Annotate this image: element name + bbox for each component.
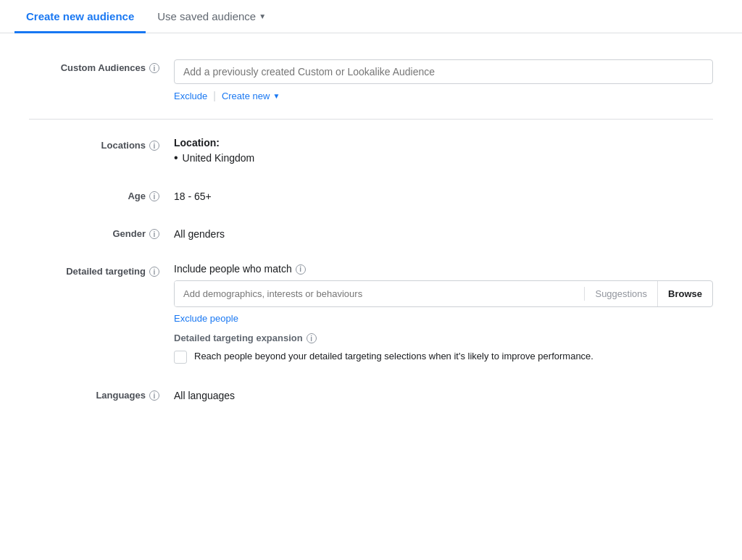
page-container: Create new audience Use saved audience ▼… xyxy=(0,0,742,427)
expansion-title-text: Detailed targeting expansion xyxy=(174,333,303,343)
location-item: • United Kingdom xyxy=(174,151,713,164)
targeting-header: Include people who match i xyxy=(174,263,713,275)
gender-row: Gender i All genders xyxy=(29,214,713,251)
expansion-checkbox[interactable] xyxy=(174,351,187,364)
languages-label-col: Languages i xyxy=(29,387,174,401)
locations-info-icon[interactable]: i xyxy=(149,141,159,151)
age-label-col: Age i xyxy=(29,188,174,201)
locations-label-col: Locations i xyxy=(29,137,174,151)
age-info-icon[interactable]: i xyxy=(149,191,159,201)
custom-audiences-row: Custom Audiences i Exclude | Create new … xyxy=(29,48,713,113)
exclude-link[interactable]: Exclude xyxy=(174,91,207,101)
age-value: 18 - 65+ xyxy=(174,188,713,202)
locations-value-col: Location: • United Kingdom xyxy=(174,137,713,164)
create-new-link[interactable]: Create new xyxy=(222,91,270,101)
locations-row: Locations i Location: • United Kingdom xyxy=(29,125,713,176)
bullet-icon: • xyxy=(174,151,178,164)
languages-value: All languages xyxy=(174,387,713,401)
languages-label: Languages xyxy=(96,390,146,401)
languages-row: Languages i All languages xyxy=(29,375,713,413)
detailed-targeting-label: Detailed targeting xyxy=(66,266,146,277)
age-value-col: 18 - 65+ xyxy=(174,188,713,202)
expansion-description: Reach people beyond your detailed target… xyxy=(194,349,593,364)
detailed-targeting-label-col: Detailed targeting i xyxy=(29,263,174,277)
expansion-info-icon[interactable]: i xyxy=(307,333,317,343)
gender-info-icon[interactable]: i xyxy=(149,229,159,239)
detailed-targeting-info-icon[interactable]: i xyxy=(149,267,159,277)
location-value: United Kingdom xyxy=(183,152,255,164)
custom-audiences-value-col: Exclude | Create new ▼ xyxy=(174,59,713,101)
gender-value: All genders xyxy=(174,225,713,240)
suggestions-button[interactable]: Suggestions xyxy=(585,281,657,306)
detailed-targeting-value-col: Include people who match i Suggestions B… xyxy=(174,263,713,364)
custom-audiences-label: Custom Audiences xyxy=(61,62,146,73)
main-content: Custom Audiences i Exclude | Create new … xyxy=(0,33,742,427)
exclude-people-link[interactable]: Exclude people xyxy=(174,313,238,324)
targeting-input[interactable] xyxy=(175,281,584,306)
locations-label: Locations xyxy=(101,140,146,151)
tab-saved-label: Use saved audience xyxy=(157,10,256,22)
gender-label: Gender xyxy=(112,228,146,239)
custom-audiences-input[interactable] xyxy=(174,59,713,84)
include-people-label: Include people who match xyxy=(174,263,292,275)
targeting-input-container: Suggestions Browse xyxy=(174,280,713,307)
browse-button[interactable]: Browse xyxy=(657,281,712,306)
custom-audiences-info-icon[interactable]: i xyxy=(149,63,159,73)
languages-value-col: All languages xyxy=(174,387,713,401)
expansion-section: Detailed targeting expansion i Reach peo… xyxy=(174,333,713,364)
expansion-body: Reach people beyond your detailed target… xyxy=(174,349,713,364)
age-label: Age xyxy=(128,191,146,201)
age-row: Age i 18 - 65+ xyxy=(29,176,713,214)
expansion-title: Detailed targeting expansion i xyxy=(174,333,713,343)
tab-use-saved[interactable]: Use saved audience ▼ xyxy=(146,0,278,33)
actions-divider: | xyxy=(213,90,216,101)
gender-value-col: All genders xyxy=(174,225,713,240)
create-new-chevron-icon: ▼ xyxy=(272,92,280,100)
tab-create-new[interactable]: Create new audience xyxy=(14,0,146,33)
chevron-down-icon: ▼ xyxy=(259,12,266,20)
gender-label-col: Gender i xyxy=(29,225,174,239)
languages-info-icon[interactable]: i xyxy=(149,390,159,401)
audience-actions: Exclude | Create new ▼ xyxy=(174,90,713,101)
detailed-targeting-row: Detailed targeting i Include people who … xyxy=(29,251,713,375)
tabs-bar: Create new audience Use saved audience ▼ xyxy=(0,0,742,33)
include-people-info-icon[interactable]: i xyxy=(296,264,306,275)
location-heading: Location: xyxy=(174,137,713,149)
section-divider-1 xyxy=(29,119,713,120)
custom-audiences-label-col: Custom Audiences i xyxy=(29,59,174,73)
